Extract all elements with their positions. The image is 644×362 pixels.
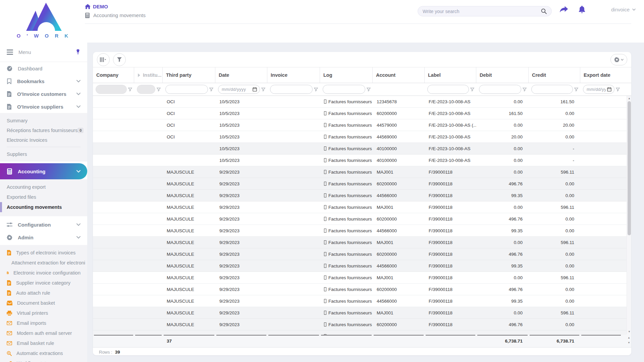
sidebar-item-summary[interactable]: Summary [0,116,87,125]
sidebar-item-exported-files[interactable]: Exported files [0,192,87,202]
table-row[interactable]: MAJUSCULE9/29/2023Factures fournisseurs4… [93,225,631,237]
table-row[interactable]: OCI10/5/2023Factures fournisseurs4457900… [93,119,631,131]
column-header-institution[interactable]: Institu... [134,67,163,83]
table-row[interactable]: MAJUSCULE9/29/2023Factures fournisseurs6… [93,178,631,190]
calendar-icon[interactable] [607,87,611,92]
notifications-bell-icon[interactable] [578,5,586,13]
column-header-credit[interactable]: Credit [529,67,580,83]
filter-input-credit[interactable] [531,85,573,94]
table-row[interactable]: MAJUSCULE9/29/2023Factures fournisseursM… [93,166,631,178]
scroll-up-arrow[interactable]: ▲ [627,96,631,101]
filter-funnel-icon[interactable] [128,87,132,92]
table-row[interactable]: MAJUSCULE9/29/2023Factures fournisseurs4… [93,330,631,335]
table-row[interactable]: MAJUSCULE9/29/2023Factures fournisseurs6… [93,319,631,330]
sidebar-item-email-imports[interactable]: Email imports [0,318,87,328]
sidebar-item-receptions-factures[interactable]: Réceptions factures fournisseurs 0 [0,125,87,135]
search-input[interactable] [423,9,541,14]
column-header-invoice[interactable]: Invoice [267,67,320,83]
table-row[interactable]: MAJUSCULE9/29/2023Factures fournisseursM… [93,201,631,213]
filter-input-invoice[interactable] [270,85,313,94]
table-row[interactable]: MAJUSCULE9/29/2023Factures fournisseurs4… [93,295,631,307]
sidebar-item-accounting-export[interactable]: Accounting export [0,182,87,192]
sidebar-item-attachment-extraction-for-electroni[interactable]: Attachment extraction for electroni [0,258,87,268]
scrollbar-thumb[interactable] [628,101,631,235]
table-row[interactable]: MAJUSCULE9/29/2023Factures fournisseurs6… [93,213,631,225]
sidebar-item-automatic-extractions[interactable]: Automatic extractions [0,348,87,358]
sidebar-item-auto-attach-rule[interactable]: Auto attach rule [0,288,87,298]
table-row[interactable]: MAJUSCULE9/29/2023Factures fournisseurs4… [93,260,631,272]
filter-button[interactable] [113,53,126,66]
table-row[interactable]: 10/5/2023Factures fournisseurs40100000F/… [93,143,631,155]
filter-input-third_party[interactable] [165,85,208,94]
filter-input-debit[interactable] [479,85,521,94]
sidebar-item-electronic-invoices[interactable]: Electronic Invoices [0,135,87,145]
column-header-export_date[interactable]: Export date [580,67,622,83]
filter-date-export_date[interactable]: mm/dd/yyyy [583,85,614,94]
vertical-scrollbar[interactable]: ▲ ▼ [627,96,631,334]
column-header-date[interactable]: Date [215,67,267,83]
filter-funnel-icon[interactable] [616,87,620,92]
sidebar-item-modern-auth-email-server[interactable]: Modern auth email server [0,328,87,338]
search-icon[interactable] [541,8,547,14]
table-row[interactable]: MAJUSCULE9/29/2023Factures fournisseurs4… [93,330,631,335]
table-row[interactable]: OCI10/5/2023Factures fournisseurs4456900… [93,131,631,143]
table-row[interactable]: MAJUSCULE9/29/2023Factures fournisseursM… [93,307,631,319]
table-row[interactable]: MAJUSCULE9/29/2023Factures fournisseursM… [93,272,631,284]
app-logo[interactable]: O ' W O R K [5,2,83,42]
sidebar-item-document-basket[interactable]: Document basket [0,298,87,308]
scroll-down-arrow[interactable]: ▼ [628,341,630,344]
sidebar-item-oinvoice-suppliers[interactable]: O'Invoice suppliers [0,100,87,113]
sidebar-item-accounting-movements[interactable]: Accounting movements [0,202,87,212]
table-row[interactable]: OCI10/5/2023Factures fournisseurs1234567… [93,96,631,108]
sidebar-item-email-basket-rule[interactable]: Email basket rule [0,338,87,348]
pin-icon[interactable] [75,49,80,55]
sidebar-item-workflow-status[interactable]: Workflow status [0,358,87,362]
scroll-up-arrow[interactable]: ▲ [628,336,630,339]
column-header-label[interactable]: Label [425,67,476,83]
filter-date-date[interactable]: mm/dd/yyyy [218,85,260,94]
sidebar-item-dashboard[interactable]: Dashboard [0,62,87,75]
share-icon[interactable] [559,6,568,13]
filter-funnel-icon[interactable] [314,87,318,92]
column-header-debit[interactable]: Debit [476,67,529,83]
table-row[interactable]: MAJUSCULE9/29/2023Factures fournisseurs6… [93,284,631,295]
user-menu[interactable]: dinvoice [611,7,636,12]
sidebar-item-admin[interactable]: Admin [0,231,87,244]
sidebar-item-bookmarks[interactable]: Bookmarks [0,75,87,87]
grid-settings-button[interactable] [610,54,627,65]
sidebar-item-types-of-electronic-invoices[interactable]: Types of electronic invoices [0,248,87,258]
filter-funnel-icon[interactable] [209,87,213,92]
sidebar-item-suppliers[interactable]: Suppliers [0,149,87,159]
table-row[interactable]: OCI10/5/2023Factures fournisseurs6020000… [93,108,631,119]
sidebar-item-supplier-invoice-category[interactable]: Supplier invoice category [0,278,87,288]
table-row[interactable]: MAJUSCULE9/29/2023Factures fournisseurs4… [93,190,631,201]
breadcrumb-home[interactable]: DEMO [85,4,146,9]
table-row[interactable]: MAJUSCULE9/29/2023Factures fournisseursM… [93,237,631,248]
filter-funnel-icon[interactable] [574,87,578,92]
column-header-company[interactable]: Company [93,67,134,83]
sidebar-item-virtual-printers[interactable]: Virtual printers [0,308,87,318]
filter-input-label[interactable] [427,85,469,94]
table-row[interactable]: 10/5/2023Factures fournisseurs40100000F/… [93,155,631,166]
column-header-third_party[interactable]: Third party [163,67,215,83]
filter-funnel-icon[interactable] [157,87,161,92]
sidebar-item-accounting[interactable]: Accounting [0,163,87,179]
column-header-log[interactable]: Log [320,67,373,83]
hamburger-icon[interactable] [7,50,13,55]
columns-chooser-button[interactable] [97,53,110,66]
footer-scroll-arrows[interactable]: ▲ ▼ [627,334,631,346]
table-row[interactable]: MAJUSCULE9/29/2023Factures fournisseurs6… [93,248,631,260]
sidebar-item-electronic-invoice-configuration[interactable]: Electronic invoice configuration [0,268,87,278]
filter-input-log[interactable] [323,85,365,94]
sidebar-item-configuration[interactable]: Configuration [0,218,87,231]
filter-funnel-icon[interactable] [470,87,474,92]
column-header-account[interactable]: Account [373,67,425,83]
filter-funnel-icon[interactable] [261,87,265,92]
filter-funnel-icon[interactable] [367,87,371,92]
admin-submenu: Types of electronic invoicesAttachment e… [0,245,87,362]
calendar-icon[interactable] [253,87,257,92]
sidebar-item-oinvoice-customers[interactable]: O'Invoice customers [0,87,87,100]
filter-funnel-icon[interactable] [523,87,527,92]
cell-debit: 0.00 [476,201,529,213]
scroll-down-arrow[interactable]: ▼ [627,329,631,334]
